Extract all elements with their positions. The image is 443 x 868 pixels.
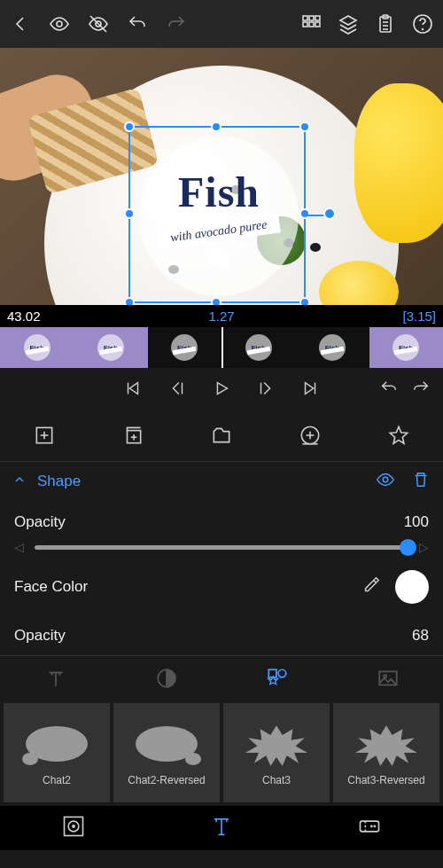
svg-point-38 <box>73 825 74 827</box>
slider-thumb[interactable] <box>400 539 416 556</box>
svg-point-33 <box>278 669 286 677</box>
bottom-nav <box>0 806 443 850</box>
timecode-current: 1.27 <box>208 309 234 324</box>
layers-icon[interactable] <box>337 12 360 35</box>
selection-box[interactable]: Fish with avocado puree <box>128 126 306 303</box>
shape-label: Chat2 <box>43 774 71 786</box>
resize-handle-tr[interactable] <box>299 121 310 132</box>
shape-label: Chat3-Reversed <box>347 774 424 786</box>
shape-chat2[interactable]: Chat2 <box>4 703 110 802</box>
rotate-line <box>304 215 325 216</box>
overlay-title: Fish <box>178 168 260 216</box>
playback-controls <box>0 368 443 412</box>
undo-small-button[interactable] <box>379 379 399 402</box>
svg-rect-8 <box>315 22 320 27</box>
timeline-clip[interactable]: Fish <box>369 327 443 368</box>
add-button[interactable] <box>33 424 56 450</box>
image-tab[interactable] <box>332 656 443 700</box>
svg-rect-4 <box>309 16 314 20</box>
edit-toolbar <box>0 412 443 462</box>
svg-point-0 <box>57 21 62 27</box>
target-tool[interactable] <box>61 814 86 842</box>
face-color-label: Face Color <box>14 578 88 596</box>
shape-chat3-reversed[interactable]: Chat3-Reversed <box>333 703 439 802</box>
svg-rect-7 <box>309 22 314 27</box>
shape-chat2-reversed[interactable]: Chat2-Reversed <box>113 703 220 802</box>
svg-rect-5 <box>315 16 320 20</box>
svg-point-30 <box>383 477 388 482</box>
skip-start-button[interactable] <box>123 379 143 402</box>
hidden-icon[interactable] <box>87 12 110 35</box>
resize-handle-bl[interactable] <box>124 297 135 305</box>
shape-section-header[interactable]: Shape <box>0 462 443 501</box>
clipboard-icon[interactable] <box>374 12 397 35</box>
shapes-tab[interactable] <box>222 656 332 700</box>
resize-handle-mr[interactable] <box>299 208 310 219</box>
top-toolbar <box>0 0 443 48</box>
text-tab[interactable] <box>0 656 111 700</box>
slider-increase[interactable]: ▷ <box>419 540 429 554</box>
svg-point-15 <box>423 29 424 30</box>
grid-icon[interactable] <box>299 12 323 35</box>
property-tabs <box>0 655 443 700</box>
timecode-total: 43.02 <box>7 309 41 324</box>
star-button[interactable] <box>387 424 410 450</box>
timeline-clip[interactable]: Fish <box>0 327 74 368</box>
visibility-toggle[interactable] <box>376 470 395 494</box>
shape-picker: Chat2 Chat2-Reversed Chat3 Chat3-Reverse… <box>0 700 443 806</box>
shape-overlay[interactable]: Fish with avocado puree <box>139 137 299 296</box>
resize-handle-tl[interactable] <box>124 121 135 132</box>
timeline-clip[interactable]: Fish <box>148 327 222 368</box>
color-swatch[interactable] <box>395 570 429 604</box>
face-opacity-row: Opacity 68 <box>0 614 443 655</box>
add-stack-button[interactable] <box>121 424 144 450</box>
opacity-value: 100 <box>404 513 429 531</box>
chevron-up-icon <box>12 473 27 491</box>
svg-rect-3 <box>303 16 307 20</box>
timeline-clip[interactable]: Fish <box>74 327 147 368</box>
overlay-subtitle: with avocado puree <box>157 213 281 249</box>
resize-handle-tm[interactable] <box>211 121 222 132</box>
svg-rect-6 <box>303 22 307 27</box>
face-opacity-value: 68 <box>412 627 429 645</box>
visible-icon[interactable] <box>48 12 71 35</box>
frame-forward-button[interactable] <box>256 379 276 402</box>
opacity-label: Opacity <box>14 513 66 531</box>
face-opacity-label: Opacity <box>14 627 66 645</box>
delete-button[interactable] <box>411 470 431 494</box>
redo-button[interactable] <box>165 12 188 35</box>
opacity-row: Opacity 100 ◁ ▷ <box>0 501 443 559</box>
timeline[interactable]: Fish Fish Fish Fish Fish Fish <box>0 327 443 368</box>
slider-decrease[interactable]: ◁ <box>14 540 24 554</box>
shape-chat3[interactable]: Chat3 <box>223 703 330 802</box>
back-button[interactable] <box>9 12 32 35</box>
add-circle-button[interactable] <box>299 424 322 450</box>
opacity-slider[interactable] <box>35 545 408 550</box>
resize-handle-bm[interactable] <box>211 297 222 305</box>
playhead[interactable] <box>222 327 223 368</box>
timeline-clip[interactable]: Fish <box>295 327 369 368</box>
play-button[interactable] <box>212 379 231 402</box>
eyedropper-button[interactable] <box>361 575 381 598</box>
skip-end-button[interactable] <box>300 379 320 402</box>
ticket-tool[interactable] <box>357 814 382 842</box>
redo-small-button[interactable] <box>411 379 431 402</box>
resize-handle-br[interactable] <box>299 297 310 305</box>
folder-button[interactable] <box>210 424 233 450</box>
undo-button[interactable] <box>126 12 149 35</box>
shape-label: Chat3 <box>262 774 291 786</box>
timecode-bar: 43.02 1.27 [3.15] <box>0 305 443 327</box>
help-icon[interactable] <box>411 12 434 35</box>
svg-rect-32 <box>268 669 276 677</box>
timecode-clip: [3.15] <box>402 309 436 324</box>
rotate-handle[interactable] <box>323 207 336 220</box>
preview-canvas[interactable]: Fish with avocado puree <box>0 48 443 305</box>
timeline-clip[interactable]: Fish <box>222 327 295 368</box>
section-title: Shape <box>37 473 81 490</box>
frame-back-button[interactable] <box>167 379 187 402</box>
text-tool[interactable] <box>209 814 234 842</box>
resize-handle-ml[interactable] <box>124 208 135 219</box>
contrast-tab[interactable] <box>111 656 222 700</box>
svg-rect-39 <box>360 821 378 832</box>
svg-point-41 <box>374 825 375 826</box>
